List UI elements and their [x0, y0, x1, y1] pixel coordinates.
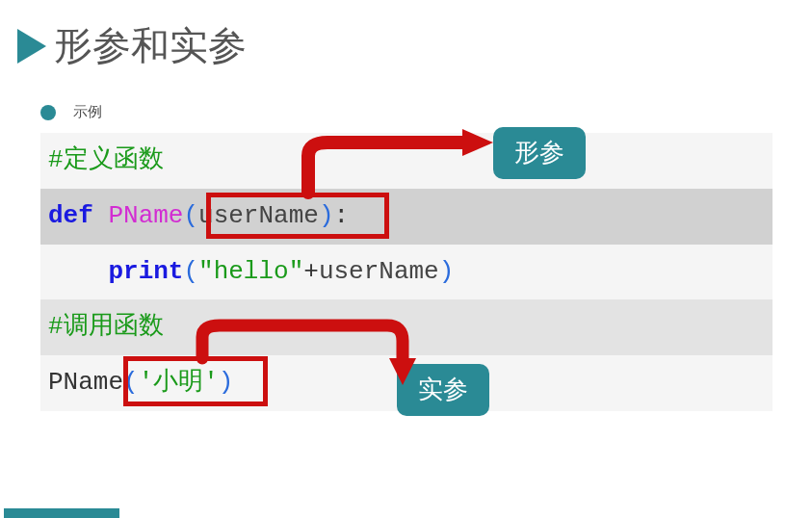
footer-bar [4, 508, 119, 518]
paren-close: ) [319, 201, 334, 230]
label-formal-param: 形参 [493, 127, 586, 179]
string-xiaoming: '小明' [139, 368, 219, 397]
function-name: PName [108, 201, 183, 230]
paren-close-3: ) [439, 257, 455, 286]
slide-title-row: 形参和实参 [0, 0, 812, 72]
comment-define: #定义函数 [48, 145, 164, 174]
slide-title: 形参和实参 [54, 19, 247, 72]
print-fn: print [108, 257, 183, 286]
call-name: PName [48, 368, 123, 397]
triangle-icon [17, 29, 46, 64]
code-line-3: print("hello"+userName) [40, 245, 773, 300]
keyword-def: def [48, 201, 108, 230]
code-line-1: #定义函数 [40, 133, 773, 189]
paren-close-5: ) [219, 368, 234, 397]
plus-op: + [303, 257, 319, 286]
paren-open: ( [183, 201, 198, 230]
subtitle-text: 示例 [73, 103, 102, 121]
paren-open-3: ( [183, 257, 198, 286]
string-hello: "hello" [198, 257, 303, 286]
paren-open-5: ( [123, 368, 139, 397]
param-name: userName [198, 201, 319, 230]
subtitle-row: 示例 [40, 103, 812, 121]
arg-username: userName [319, 257, 439, 286]
code-line-2: def PName(userName): [40, 189, 773, 245]
code-line-4: #调用函数 [40, 299, 773, 355]
comment-call: #调用函数 [48, 312, 164, 341]
indent [48, 257, 108, 286]
label-actual-param: 实参 [397, 364, 489, 416]
bullet-dot-icon [40, 105, 56, 120]
code-block: #定义函数 def PName(userName): print("hello"… [40, 133, 773, 411]
colon: : [333, 201, 349, 230]
